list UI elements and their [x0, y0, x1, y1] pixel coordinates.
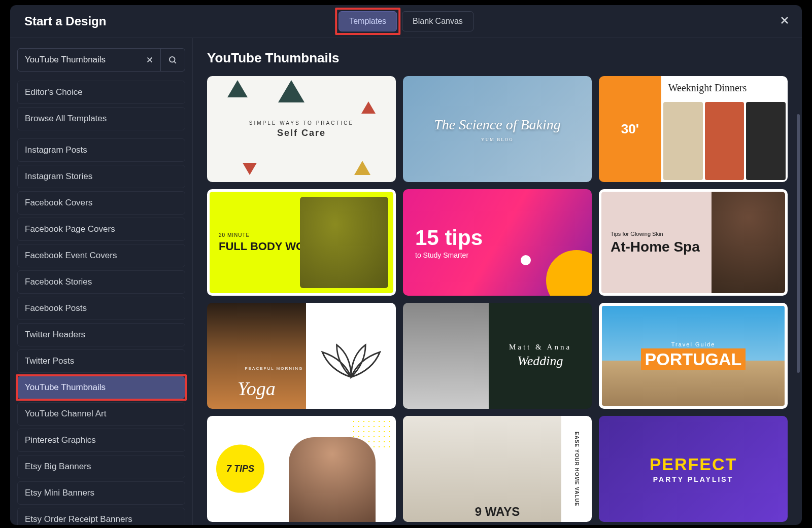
- template-weeknight-dinners[interactable]: 30' Weeknight Dinners: [599, 76, 788, 182]
- template-text: Matt & Anna Wedding: [509, 343, 571, 369]
- sidebar-item-etsy-order-receipt-banners[interactable]: Etsy Order Receipt Banners: [17, 508, 185, 525]
- sidebar-item-facebook-page-covers[interactable]: Facebook Page Covers: [17, 218, 185, 241]
- template-7-tips[interactable]: 7 TIPS: [207, 416, 396, 522]
- template-title: PERFECT: [650, 454, 737, 474]
- search-icon: [168, 55, 177, 64]
- dish-image: [705, 102, 745, 180]
- search-button[interactable]: [161, 49, 185, 71]
- sidebar-item-etsy-big-banners[interactable]: Etsy Big Banners: [17, 455, 185, 478]
- sidebar: Editor's Choice Browse All Templates Ins…: [10, 38, 193, 525]
- template-wedding[interactable]: Matt & Anna Wedding: [403, 303, 592, 409]
- badge-circle: 7 TIPS: [216, 445, 264, 493]
- template-title: 9 WAYS: [475, 505, 520, 519]
- template-right: [306, 303, 396, 409]
- template-title: 7 TIPS: [226, 464, 254, 474]
- template-side-text: EASE YOUR HOME VALUE: [561, 416, 592, 522]
- search-clear-button[interactable]: [140, 49, 161, 71]
- template-title: The Science of Baking: [434, 117, 561, 133]
- template-science-baking[interactable]: The Science of Baking YUM BLOG: [403, 76, 592, 182]
- template-title: Yoga: [238, 377, 276, 400]
- modal-body: Editor's Choice Browse All Templates Ins…: [10, 38, 802, 525]
- sidebar-item-facebook-posts[interactable]: Facebook Posts: [17, 297, 185, 320]
- design-modal: Start a Design Templates Blank Canvas Ed…: [10, 5, 802, 525]
- close-button[interactable]: [779, 14, 791, 28]
- template-left: PEACEFUL MORNING Yoga: [207, 303, 306, 409]
- template-title: Self Care: [249, 128, 354, 138]
- person-image: [712, 192, 785, 293]
- modal-title: Start a Design: [24, 14, 106, 28]
- template-title: Matt & Anna: [509, 343, 571, 351]
- sidebar-item-youtube-channel-art[interactable]: YouTube Channel Art: [17, 402, 185, 426]
- template-right: Weeknight Dinners: [661, 76, 788, 182]
- template-at-home-spa[interactable]: Tips for Glowing Skin At-Home Spa: [599, 189, 788, 295]
- template-title: 15 tips: [415, 226, 592, 250]
- sidebar-item-browse-all[interactable]: Browse All Templates: [17, 107, 185, 130]
- template-title: Weeknight Dinners: [661, 76, 788, 100]
- sidebar-item-facebook-event-covers[interactable]: Facebook Event Covers: [17, 244, 185, 267]
- sidebar-item-instagram-posts[interactable]: Instagram Posts: [17, 138, 185, 162]
- person-image: [289, 437, 376, 522]
- template-yoga[interactable]: PEACEFUL MORNING Yoga: [207, 303, 396, 409]
- sidebar-item-youtube-thumbnails[interactable]: YouTube Thumbnails: [17, 376, 185, 399]
- person-image: [300, 197, 388, 288]
- triangle-icon: [278, 80, 304, 102]
- triangle-icon: [361, 101, 376, 114]
- wedding-image: [403, 303, 489, 409]
- sidebar-item-twitter-posts[interactable]: Twitter Posts: [17, 349, 185, 373]
- template-15-tips[interactable]: 15 tips to Study Smarter: [403, 189, 592, 295]
- template-portugal[interactable]: Travel Guide PORTUGAL: [599, 303, 788, 409]
- scrollbar[interactable]: [797, 114, 800, 373]
- template-full-body-workout[interactable]: 20 MINUTE FULL BODY WORKOUT: [207, 189, 396, 295]
- template-text: The Science of Baking YUM BLOG: [434, 117, 561, 142]
- dish-image: [746, 102, 786, 180]
- template-badge: 30': [599, 76, 661, 182]
- main-panel: YouTube Thumbnails SIMPLE WAYS TO PRACTI…: [193, 38, 802, 525]
- search-input[interactable]: [18, 49, 140, 71]
- template-subtitle: PARTY PLAYLIST: [650, 475, 737, 483]
- tab-blank-canvas[interactable]: Blank Canvas: [402, 11, 473, 31]
- sidebar-item-editors-choice[interactable]: Editor's Choice: [17, 81, 185, 104]
- modal-header: Start a Design Templates Blank Canvas: [10, 5, 802, 38]
- sidebar-item-etsy-mini-banners[interactable]: Etsy Mini Banners: [17, 481, 185, 505]
- template-home-value[interactable]: EASE YOUR HOME VALUE 9 WAYS: [403, 416, 592, 522]
- close-icon: [779, 14, 791, 26]
- template-text: PERFECT PARTY PLAYLIST: [650, 454, 737, 483]
- template-text: Tips for Glowing Skin At-Home Spa: [611, 231, 700, 254]
- sidebar-item-facebook-stories[interactable]: Facebook Stories: [17, 270, 185, 294]
- circle-shape: [521, 255, 531, 265]
- template-images: [661, 100, 788, 182]
- template-self-care[interactable]: SIMPLE WAYS TO PRACTICE Self Care: [207, 76, 396, 182]
- tab-templates[interactable]: Templates: [339, 11, 397, 31]
- template-grid: SIMPLE WAYS TO PRACTICE Self Care The Sc…: [207, 76, 788, 522]
- template-right: Matt & Anna Wedding: [489, 303, 592, 409]
- sidebar-item-instagram-stories[interactable]: Instagram Stories: [17, 165, 185, 188]
- main-title: YouTube Thumbnails: [207, 50, 788, 66]
- template-subtitle: Tips for Glowing Skin: [611, 231, 700, 237]
- template-subtitle: Travel Guide: [641, 341, 746, 347]
- template-title: PORTUGAL: [641, 348, 746, 370]
- triangle-icon: [243, 163, 257, 175]
- close-icon: [145, 55, 154, 64]
- view-tabs: Templates Blank Canvas: [339, 11, 473, 31]
- sidebar-item-twitter-headers[interactable]: Twitter Headers: [17, 323, 185, 346]
- triangle-icon: [354, 161, 370, 175]
- template-text: SIMPLE WAYS TO PRACTICE Self Care: [249, 120, 354, 138]
- dish-image: [663, 102, 703, 180]
- template-perfect-party[interactable]: PERFECT PARTY PLAYLIST: [599, 416, 788, 522]
- sidebar-item-pinterest-graphics[interactable]: Pinterest Graphics: [17, 429, 185, 452]
- lotus-icon: [315, 319, 387, 393]
- template-subtitle: Wedding: [509, 354, 571, 369]
- sidebar-item-facebook-covers[interactable]: Facebook Covers: [17, 191, 185, 215]
- template-subtitle: YUM BLOG: [434, 137, 561, 142]
- search-row: [17, 48, 185, 72]
- svg-point-0: [170, 57, 175, 62]
- sidebar-category-list: Instagram Posts Instagram Stories Facebo…: [17, 138, 185, 525]
- template-title: At-Home Spa: [611, 240, 700, 254]
- triangle-icon: [227, 80, 248, 97]
- template-subtitle: SIMPLE WAYS TO PRACTICE: [249, 120, 354, 126]
- template-text: Travel Guide PORTUGAL: [641, 341, 746, 370]
- template-subtitle: PEACEFUL MORNING: [245, 366, 303, 371]
